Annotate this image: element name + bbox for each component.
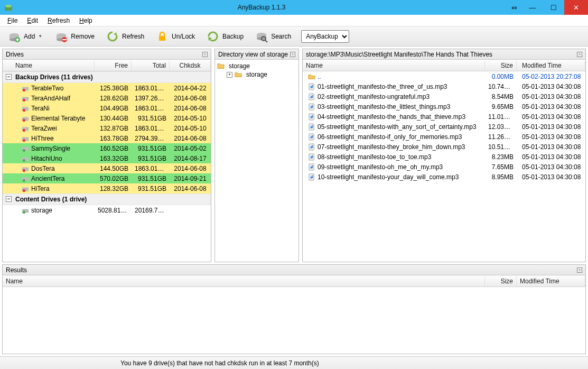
files-header-row: Name Size Modified Time	[303, 60, 585, 71]
col-chkdsk[interactable]: Chkdsk	[170, 61, 211, 70]
search-icon	[255, 30, 268, 43]
drive-row[interactable]: HiThree 163.78GB 2794.39GB 2014-06-08	[3, 133, 211, 143]
add-label: Add	[24, 33, 35, 40]
drive-row[interactable]: Elemental Terabyte 130.44GB 931.51GB 201…	[3, 113, 211, 123]
search-button[interactable]: Search	[250, 27, 296, 45]
drive-row[interactable]: DosTera 144.50GB 1863.01GB 2014-06-08	[3, 163, 211, 173]
panel-collapse-icon[interactable]: ▫	[577, 52, 582, 57]
panel-collapse-icon[interactable]: ▫	[290, 52, 295, 57]
svg-rect-11	[159, 36, 165, 41]
music-file-icon	[308, 123, 315, 131]
svg-point-36	[23, 179, 25, 181]
backup-button[interactable]: Backup	[202, 27, 248, 45]
group-content-drives[interactable]: − Content Drives (1 drive)	[3, 193, 211, 205]
remove-button[interactable]: Remove	[50, 27, 99, 45]
drive-warn-icon	[22, 165, 29, 172]
menu-help[interactable]: Help	[75, 16, 97, 25]
music-file-icon	[308, 143, 315, 151]
files-panel: storage:\MP3\Music\Streetlight Manifesto…	[302, 49, 586, 262]
group-backup-drives[interactable]: − Backup Drives (11 drives)	[3, 71, 211, 83]
svg-point-30	[23, 149, 25, 151]
close-button[interactable]: ✕	[564, 0, 588, 15]
drive-warn-icon	[22, 135, 29, 142]
unlock-button[interactable]: Un/Lock	[151, 27, 200, 45]
status-text: You have 9 drive(s) that have not had ch…	[120, 359, 319, 367]
file-row[interactable]: 01-streetlight_manifesto-the_three_of_us…	[303, 81, 585, 91]
file-row[interactable]: 02-streetlight_manifesto-ungrateful.mp3 …	[303, 91, 585, 102]
drive-row[interactable]: TeraAndAHalf 128.62GB 1397.26GB 2014-06-…	[3, 93, 211, 103]
drive-ok-icon	[22, 145, 29, 152]
file-row[interactable]: 04-streetlight_manifesto-the_hands_that_…	[303, 112, 585, 122]
col-modified[interactable]: Modified Time	[517, 276, 585, 286]
file-row[interactable]: 09-streetlight_manifesto-oh_me_oh_my.mp3…	[303, 162, 585, 172]
col-size[interactable]: Size	[485, 61, 517, 70]
svg-point-24	[23, 118, 25, 121]
folder-open-icon	[217, 62, 225, 70]
add-button[interactable]: Add ▼	[3, 27, 48, 45]
add-dropdown-icon[interactable]: ▼	[38, 34, 43, 39]
refresh-label: Refresh	[122, 33, 144, 40]
menu-file[interactable]: File	[3, 16, 22, 25]
svg-point-38	[23, 189, 25, 191]
file-row[interactable]: 05-streetlight_manifesto-with_any_sort_o…	[303, 122, 585, 132]
col-name[interactable]: Name	[3, 61, 95, 70]
minimize-button[interactable]: —	[522, 0, 543, 15]
drive-row[interactable]: SammySingle 160.52GB 931.51GB 2014-05-02	[3, 143, 211, 153]
svg-line-16	[265, 40, 267, 42]
svg-point-18	[23, 88, 25, 91]
drive-row[interactable]: TeraNi 104.49GB 1863.01GB 2014-06-08	[3, 103, 211, 113]
music-file-icon	[308, 133, 315, 141]
collapse-icon[interactable]: −	[6, 74, 12, 80]
results-header-row: Name Size Modified Time	[3, 275, 585, 287]
file-row[interactable]: 06-streetlight_manifesto-if_only_for_mem…	[303, 132, 585, 142]
window-title: AnyBackup 1.1.3	[17, 4, 506, 11]
music-file-icon	[308, 83, 315, 90]
collapse-icon[interactable]: −	[6, 196, 12, 202]
drive-row[interactable]: HiTera 128.32GB 931.51GB 2014-06-08	[3, 183, 211, 193]
statusbar: You have 9 drive(s) that have not had ch…	[0, 356, 588, 369]
panel-collapse-icon[interactable]: ▫	[577, 267, 582, 273]
col-modified[interactable]: Modified Time	[517, 61, 585, 70]
add-icon	[8, 30, 21, 43]
parent-dir-row[interactable]: .. 0.00MB 05-02-2013 20:27:08	[303, 71, 585, 81]
menu-refresh[interactable]: Refresh	[43, 16, 74, 25]
file-row[interactable]: 03-streetlight_manifesto-the_littlest_th…	[303, 102, 585, 112]
drive-row[interactable]: AncientTera 570.02GB 931.51GB 2014-09-21	[3, 173, 211, 183]
drive-warn-icon	[22, 185, 29, 192]
drive-ok-icon	[22, 207, 29, 214]
svg-rect-10	[62, 39, 67, 40]
refresh-button[interactable]: Refresh	[101, 27, 149, 45]
expand-icon[interactable]: +	[227, 72, 232, 78]
drive-ok-icon	[22, 175, 29, 182]
profile-select[interactable]: AnyBackup	[301, 30, 349, 43]
music-file-icon	[308, 163, 315, 171]
col-name[interactable]: Name	[303, 61, 485, 70]
restore-double-icon[interactable]: ⇔	[506, 0, 522, 15]
file-row[interactable]: 08-streetlight_manifesto-toe_to_toe.mp3 …	[303, 152, 585, 162]
app-icon	[4, 3, 13, 12]
maximize-button[interactable]: ☐	[543, 0, 564, 15]
col-size[interactable]: Size	[485, 276, 517, 286]
col-name[interactable]: Name	[3, 276, 485, 286]
tree-root[interactable]: storage	[217, 62, 296, 70]
toolbar: Add ▼ Remove Refresh Un/Lock Backup Sear…	[0, 26, 588, 47]
drive-warn-icon	[22, 95, 29, 102]
file-row[interactable]: 07-streetlight_manifesto-they_broke_him_…	[303, 142, 585, 152]
svg-point-26	[23, 128, 25, 131]
remove-icon	[55, 30, 68, 43]
col-free[interactable]: Free	[95, 61, 132, 70]
col-total[interactable]: Total	[132, 61, 170, 70]
drive-row[interactable]: HitachiUno 163.32GB 931.51GB 2014-08-17	[3, 153, 211, 163]
drive-row[interactable]: TerableTwo 125.38GB 1863.01GB 2014-04-22	[3, 83, 211, 93]
drive-warn-icon	[22, 125, 29, 132]
drive-row[interactable]: TeraZwei 132.87GB 1863.01GB 2014-05-10	[3, 123, 211, 133]
unlock-label: Un/Lock	[172, 33, 195, 40]
lock-icon	[156, 30, 169, 43]
menu-edit[interactable]: Edit	[23, 16, 42, 25]
panel-collapse-icon[interactable]: ▫	[202, 52, 208, 57]
file-row[interactable]: 10-streetlight_manifesto-your_day_will_c…	[303, 172, 585, 182]
tree-child[interactable]: + storage	[217, 70, 296, 79]
music-file-icon	[308, 173, 315, 181]
drive-row[interactable]: storage 5028.81GB 20169.72GB	[3, 205, 211, 215]
drives-panel: Drives ▫ Name Free Total Chkdsk − Backup…	[2, 49, 211, 262]
